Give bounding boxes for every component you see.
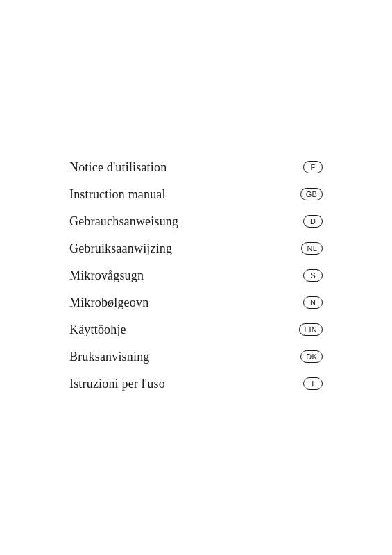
manual-label: Instruction manual [69, 187, 166, 202]
lang-badge: DK [300, 350, 323, 363]
lang-badge: F [303, 161, 323, 173]
manual-label: Istruzioni per l'uso [69, 377, 165, 391]
manual-item: GebruiksaanwijzingNL [69, 237, 323, 260]
manual-label: Mikrobølgeovn [69, 296, 148, 310]
manual-label: Bruksanvisning [69, 350, 150, 364]
manual-label: Gebruiksaanwijzing [69, 241, 172, 256]
lang-badge: GB [300, 188, 323, 200]
lang-badge: N [303, 296, 323, 309]
manual-item: KäyttöohjeFIN [69, 318, 323, 341]
manual-item: MikrobølgeovnN [69, 291, 323, 314]
manual-item: GebrauchsanweisungD [69, 210, 323, 233]
manual-label: Käyttöohje [69, 323, 126, 337]
lang-badge: NL [301, 242, 323, 255]
manual-label: Gebrauchsanweisung [69, 214, 178, 229]
manual-item: Notice d'utilisationF [69, 156, 323, 179]
lang-badge: FIN [299, 323, 323, 336]
lang-badge: S [303, 269, 323, 282]
manual-list: Notice d'utilisationFInstruction manualG… [0, 0, 392, 555]
manual-item: Instruction manualGB [69, 183, 323, 206]
manual-item: BruksanvisningDK [69, 345, 323, 368]
lang-badge: I [303, 377, 323, 390]
manual-label: Mikrovågsugn [69, 268, 144, 283]
manual-label: Notice d'utilisation [69, 160, 167, 175]
lang-badge: D [303, 215, 323, 228]
manual-item: MikrovågsugnS [69, 264, 323, 287]
manual-item: Istruzioni per l'usoI [69, 373, 323, 395]
